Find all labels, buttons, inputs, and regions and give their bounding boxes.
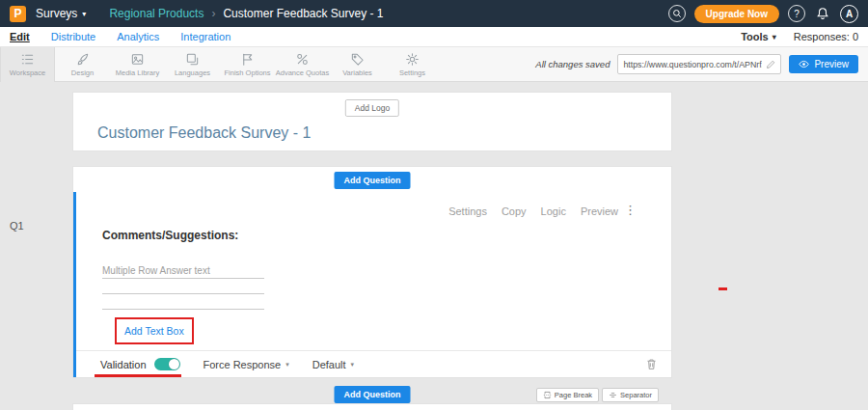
edit-pencil-icon[interactable]	[766, 60, 775, 69]
notifications-button[interactable]	[814, 5, 831, 22]
tools-menu[interactable]: Tools ▾	[741, 31, 776, 42]
question-footer: Validation Force Response ▾ Default ▾	[76, 350, 671, 377]
chevron-down-icon: ▾	[351, 361, 355, 369]
toolbar-item-label: Languages	[175, 68, 210, 77]
eye-icon	[799, 59, 809, 69]
toolbar-item-media-library[interactable]: Media Library	[110, 47, 165, 82]
default-label: Default	[312, 359, 346, 370]
answer-row-2	[102, 279, 264, 294]
toolbar-item-finish-options[interactable]: Finish Options	[220, 47, 275, 82]
questionpro-logo[interactable]: P	[10, 6, 26, 22]
toolbar-item-advance-quotas[interactable]: Advance Quotas	[275, 47, 330, 82]
toolbar-item-label: Design	[71, 68, 94, 77]
toolbar-item-languages[interactable]: Languages	[165, 47, 220, 82]
section-nav: Edit Distribute Analytics Integration To…	[0, 27, 868, 47]
page-controls: Page Break Separator	[536, 388, 659, 402]
question-settings-link[interactable]: Settings	[448, 205, 487, 217]
toolbar-item-label: Settings	[399, 68, 425, 77]
separator-button[interactable]: Separator	[602, 388, 659, 402]
breadcrumb-folder[interactable]: Regional Products	[109, 7, 203, 20]
page-break-icon	[543, 391, 552, 399]
toolbar-item-variables[interactable]: Variables	[330, 47, 385, 82]
question-card: Add Question Settings Copy Logic Preview…	[72, 166, 672, 378]
multirow-answer-area: Multiple Row Answer text	[102, 263, 264, 310]
question-preview-link[interactable]: Preview	[581, 205, 618, 217]
languages-icon	[185, 52, 200, 67]
upgrade-now-button[interactable]: Upgrade Now	[694, 5, 779, 23]
question-number: Q1	[10, 220, 24, 232]
toolbar-item-label: Advance Quotas	[276, 68, 329, 77]
annotation-red-box: Add Text Box	[115, 317, 194, 344]
page-break-label: Page Break	[555, 391, 592, 399]
nav-right: Tools ▾ Responses: 0	[741, 31, 858, 42]
toolbar-item-label: Workspace	[10, 68, 45, 77]
add-text-box-link[interactable]: Add Text Box	[124, 325, 184, 337]
survey-url-box	[617, 54, 781, 74]
question-block: Settings Copy Logic Preview ⋮ Comments/S…	[73, 192, 671, 377]
answer-row-1[interactable]: Multiple Row Answer text	[102, 263, 264, 279]
user-avatar[interactable]: A	[840, 5, 858, 23]
toolbar-item-label: Variables	[342, 68, 372, 77]
tab-distribute[interactable]: Distribute	[51, 31, 95, 42]
add-question-button-top[interactable]: Add Question	[335, 172, 411, 189]
kebab-menu-icon[interactable]: ⋮	[624, 203, 637, 217]
chevron-down-icon: ▾	[82, 10, 86, 18]
save-status: All changes saved	[535, 59, 610, 69]
preview-button[interactable]: Preview	[789, 55, 858, 73]
workspace-icon	[20, 52, 35, 67]
topbar-actions: Upgrade Now ? A	[668, 5, 858, 23]
search-button[interactable]	[668, 5, 686, 22]
survey-title[interactable]: Customer Feedback Survey - 1	[97, 124, 311, 142]
force-response-dropdown[interactable]: Force Response ▾	[203, 359, 289, 370]
responses-count[interactable]: Responses: 0	[794, 31, 858, 42]
toolbar-right: All changes saved Preview	[535, 54, 868, 74]
separator-label: Separator	[620, 391, 652, 399]
separator-icon	[609, 391, 617, 399]
annotation-red-underline	[95, 374, 181, 377]
force-response-label: Force Response	[203, 359, 282, 370]
tab-edit[interactable]: Edit	[10, 31, 30, 42]
breadcrumb: Regional Products › Customer Feedback Su…	[109, 7, 383, 20]
survey-header-card: Add Logo Customer Feedback Survey - 1	[72, 92, 672, 151]
settings-icon	[405, 52, 420, 67]
finish-options-icon	[240, 52, 255, 67]
default-dropdown[interactable]: Default ▾	[312, 359, 354, 370]
annotation-red-dash	[719, 287, 727, 290]
advance-quotas-icon	[295, 52, 310, 67]
between-questions-row: Add Question Page Break Separator	[72, 386, 672, 403]
editor-toolbar: Workspace Design Media Library Languages…	[0, 47, 868, 82]
question-logic-link[interactable]: Logic	[541, 205, 566, 217]
media-library-icon	[130, 52, 145, 67]
help-button[interactable]: ?	[788, 5, 805, 22]
toolbar-item-design[interactable]: Design	[55, 47, 110, 82]
survey-url-input[interactable]	[623, 60, 762, 69]
add-question-button-bottom[interactable]: Add Question	[335, 386, 411, 403]
tab-integration[interactable]: Integration	[180, 31, 231, 42]
add-logo-button[interactable]: Add Logo	[345, 99, 399, 117]
delete-question-button[interactable]	[645, 358, 658, 370]
tab-analytics[interactable]: Analytics	[117, 31, 159, 42]
surveys-menu[interactable]: Surveys ▾	[36, 7, 86, 20]
toolbar-item-label: Media Library	[116, 68, 159, 77]
tools-label: Tools	[741, 31, 769, 42]
validation-toggle[interactable]	[154, 358, 180, 370]
toolbar-item-workspace[interactable]: Workspace	[0, 47, 55, 82]
breadcrumb-current: Customer Feedback Survey - 1	[223, 7, 383, 20]
topbar: P Surveys ▾ Regional Products › Customer…	[0, 0, 868, 27]
question-text[interactable]: Comments/Suggestions:	[102, 229, 238, 242]
page-break-button[interactable]: Page Break	[536, 388, 599, 402]
trash-icon	[645, 358, 658, 370]
next-card-partial	[72, 403, 672, 410]
chevron-down-icon: ▾	[285, 361, 289, 369]
toolbar-item-label: Finish Options	[225, 68, 271, 77]
breadcrumb-separator-icon: ›	[211, 7, 215, 20]
question-actions: Settings Copy Logic Preview	[448, 205, 618, 217]
toolbar-item-settings[interactable]: Settings	[385, 47, 440, 82]
variables-icon	[350, 52, 365, 67]
validation-label: Validation	[100, 359, 147, 370]
chevron-down-icon: ▾	[773, 33, 776, 41]
question-copy-link[interactable]: Copy	[502, 205, 527, 217]
answer-row-3	[102, 294, 264, 310]
bell-icon	[816, 7, 829, 20]
design-icon	[75, 52, 90, 67]
